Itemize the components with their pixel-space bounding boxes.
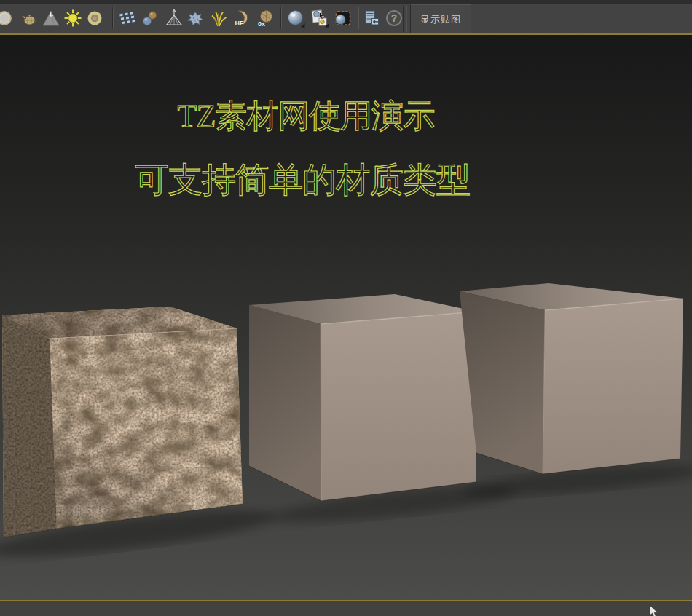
plain-cube-middle[interactable] [249,294,477,501]
metaballs-icon[interactable] [141,9,160,28]
hf-label: HF [235,20,244,27]
app-window: HF 0x [0,0,692,616]
granite-left-shade [2,315,57,537]
viewport-caption-line2: 可支持简单的材质类型 [135,157,470,203]
pyramid-icon[interactable] [165,9,184,28]
viewport-caption-line1: TZ素材网使用演示 [178,95,435,138]
granite-cube[interactable] [2,307,243,537]
grass-icon[interactable] [209,9,228,28]
mouse-cursor [649,605,659,616]
middle-cube-front-face [321,312,477,501]
sun-icon[interactable] [63,9,82,28]
toolbar-drag-handle[interactable] [403,6,404,32]
perspective-viewport[interactable]: TZ素材网使用演示 可支持简单的材质类型 [0,35,692,600]
right-cube-front-face [543,299,683,474]
ox-label: 0x [258,20,265,28]
hair-fur-icon[interactable]: HF [232,9,251,28]
plain-cube-right[interactable] [460,283,683,474]
render-region-icon[interactable] [334,9,353,28]
toolbar-separator [112,7,114,29]
toolbar-separator [358,7,359,29]
rock-icon[interactable] [186,9,205,28]
help-icon[interactable]: ? [385,9,404,28]
navigator-icon[interactable] [362,9,381,28]
mountain-icon[interactable] [42,9,60,28]
toolbar-drag-handle[interactable] [406,6,407,32]
assign-material-icon[interactable] [310,9,329,28]
show-map-button[interactable]: 显示贴图 [410,4,471,35]
granite-front-shade [50,328,243,529]
help-glyph: ? [391,12,398,24]
teapot-icon[interactable] [20,9,39,28]
main-toolbar: HF 0x [0,4,692,33]
bottom-strip [0,601,692,616]
toolbar-separator [280,7,282,29]
box-array-icon[interactable] [117,9,136,28]
ox-icon[interactable]: 0x [256,9,275,28]
ring-icon[interactable] [85,9,104,28]
material-sphere-icon[interactable] [286,9,305,28]
sample-sphere-icon[interactable] [0,9,14,28]
